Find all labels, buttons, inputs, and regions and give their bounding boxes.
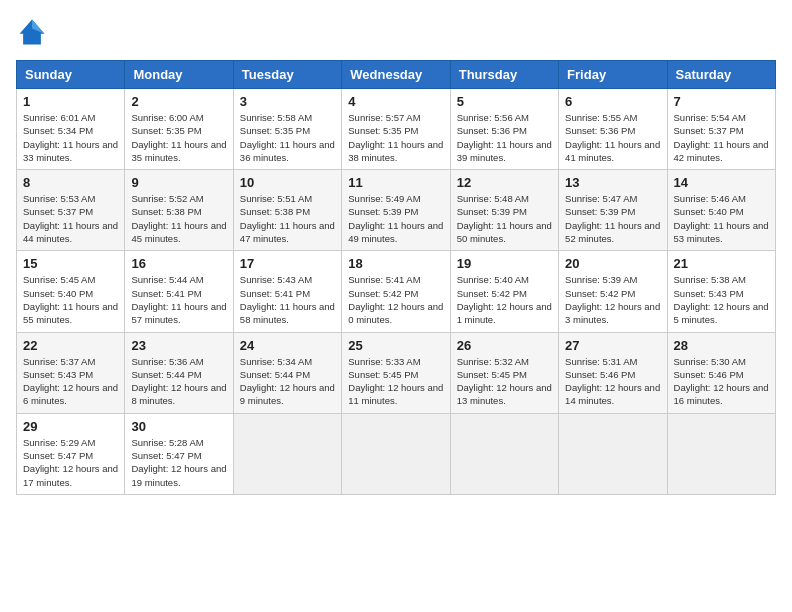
day-number: 25 [348,338,443,353]
day-info: Sunrise: 5:53 AMSunset: 5:37 PMDaylight:… [23,192,118,245]
day-number: 15 [23,256,118,271]
day-info: Sunrise: 5:46 AMSunset: 5:40 PMDaylight:… [674,192,769,245]
day-info: Sunrise: 5:58 AMSunset: 5:35 PMDaylight:… [240,111,335,164]
table-row: 21Sunrise: 5:38 AMSunset: 5:43 PMDayligh… [667,251,775,332]
table-row: 7Sunrise: 5:54 AMSunset: 5:37 PMDaylight… [667,89,775,170]
day-info: Sunrise: 5:49 AMSunset: 5:39 PMDaylight:… [348,192,443,245]
day-info: Sunrise: 6:00 AMSunset: 5:35 PMDaylight:… [131,111,226,164]
day-info: Sunrise: 5:57 AMSunset: 5:35 PMDaylight:… [348,111,443,164]
day-info: Sunrise: 5:31 AMSunset: 5:46 PMDaylight:… [565,355,660,408]
calendar-table: SundayMondayTuesdayWednesdayThursdayFrid… [16,60,776,495]
col-header-wednesday: Wednesday [342,61,450,89]
day-info: Sunrise: 5:51 AMSunset: 5:38 PMDaylight:… [240,192,335,245]
day-info: Sunrise: 5:30 AMSunset: 5:46 PMDaylight:… [674,355,769,408]
day-info: Sunrise: 5:37 AMSunset: 5:43 PMDaylight:… [23,355,118,408]
day-number: 18 [348,256,443,271]
day-number: 20 [565,256,660,271]
day-number: 23 [131,338,226,353]
table-row: 30Sunrise: 5:28 AMSunset: 5:47 PMDayligh… [125,413,233,494]
day-number: 29 [23,419,118,434]
table-row [233,413,341,494]
table-row: 23Sunrise: 5:36 AMSunset: 5:44 PMDayligh… [125,332,233,413]
day-number: 21 [674,256,769,271]
table-row: 4Sunrise: 5:57 AMSunset: 5:35 PMDaylight… [342,89,450,170]
table-row [559,413,667,494]
day-info: Sunrise: 5:54 AMSunset: 5:37 PMDaylight:… [674,111,769,164]
table-row [667,413,775,494]
col-header-monday: Monday [125,61,233,89]
day-number: 30 [131,419,226,434]
col-header-sunday: Sunday [17,61,125,89]
table-row: 12Sunrise: 5:48 AMSunset: 5:39 PMDayligh… [450,170,558,251]
day-number: 5 [457,94,552,109]
day-number: 19 [457,256,552,271]
table-row: 15Sunrise: 5:45 AMSunset: 5:40 PMDayligh… [17,251,125,332]
day-number: 7 [674,94,769,109]
logo [16,16,52,48]
day-number: 13 [565,175,660,190]
day-info: Sunrise: 5:33 AMSunset: 5:45 PMDaylight:… [348,355,443,408]
table-row: 24Sunrise: 5:34 AMSunset: 5:44 PMDayligh… [233,332,341,413]
day-info: Sunrise: 5:48 AMSunset: 5:39 PMDaylight:… [457,192,552,245]
day-info: Sunrise: 5:52 AMSunset: 5:38 PMDaylight:… [131,192,226,245]
table-row: 2Sunrise: 6:00 AMSunset: 5:35 PMDaylight… [125,89,233,170]
table-row [450,413,558,494]
calendar-week-row: 22Sunrise: 5:37 AMSunset: 5:43 PMDayligh… [17,332,776,413]
calendar-week-row: 29Sunrise: 5:29 AMSunset: 5:47 PMDayligh… [17,413,776,494]
table-row: 3Sunrise: 5:58 AMSunset: 5:35 PMDaylight… [233,89,341,170]
day-info: Sunrise: 5:41 AMSunset: 5:42 PMDaylight:… [348,273,443,326]
table-row: 19Sunrise: 5:40 AMSunset: 5:42 PMDayligh… [450,251,558,332]
day-number: 14 [674,175,769,190]
day-info: Sunrise: 5:38 AMSunset: 5:43 PMDaylight:… [674,273,769,326]
day-info: Sunrise: 5:34 AMSunset: 5:44 PMDaylight:… [240,355,335,408]
day-number: 11 [348,175,443,190]
logo-icon [16,16,48,48]
table-row: 11Sunrise: 5:49 AMSunset: 5:39 PMDayligh… [342,170,450,251]
day-number: 8 [23,175,118,190]
day-info: Sunrise: 5:44 AMSunset: 5:41 PMDaylight:… [131,273,226,326]
table-row: 6Sunrise: 5:55 AMSunset: 5:36 PMDaylight… [559,89,667,170]
table-row: 22Sunrise: 5:37 AMSunset: 5:43 PMDayligh… [17,332,125,413]
day-info: Sunrise: 5:29 AMSunset: 5:47 PMDaylight:… [23,436,118,489]
day-number: 4 [348,94,443,109]
col-header-friday: Friday [559,61,667,89]
day-number: 6 [565,94,660,109]
table-row: 9Sunrise: 5:52 AMSunset: 5:38 PMDaylight… [125,170,233,251]
table-row: 5Sunrise: 5:56 AMSunset: 5:36 PMDaylight… [450,89,558,170]
day-number: 3 [240,94,335,109]
table-row [342,413,450,494]
day-info: Sunrise: 5:55 AMSunset: 5:36 PMDaylight:… [565,111,660,164]
table-row: 8Sunrise: 5:53 AMSunset: 5:37 PMDaylight… [17,170,125,251]
calendar-week-row: 8Sunrise: 5:53 AMSunset: 5:37 PMDaylight… [17,170,776,251]
table-row: 1Sunrise: 6:01 AMSunset: 5:34 PMDaylight… [17,89,125,170]
calendar-week-row: 1Sunrise: 6:01 AMSunset: 5:34 PMDaylight… [17,89,776,170]
col-header-thursday: Thursday [450,61,558,89]
table-row: 26Sunrise: 5:32 AMSunset: 5:45 PMDayligh… [450,332,558,413]
day-info: Sunrise: 5:36 AMSunset: 5:44 PMDaylight:… [131,355,226,408]
calendar-header-row: SundayMondayTuesdayWednesdayThursdayFrid… [17,61,776,89]
table-row: 13Sunrise: 5:47 AMSunset: 5:39 PMDayligh… [559,170,667,251]
table-row: 14Sunrise: 5:46 AMSunset: 5:40 PMDayligh… [667,170,775,251]
day-number: 26 [457,338,552,353]
table-row: 16Sunrise: 5:44 AMSunset: 5:41 PMDayligh… [125,251,233,332]
day-info: Sunrise: 5:43 AMSunset: 5:41 PMDaylight:… [240,273,335,326]
day-number: 12 [457,175,552,190]
table-row: 10Sunrise: 5:51 AMSunset: 5:38 PMDayligh… [233,170,341,251]
table-row: 25Sunrise: 5:33 AMSunset: 5:45 PMDayligh… [342,332,450,413]
day-info: Sunrise: 5:47 AMSunset: 5:39 PMDaylight:… [565,192,660,245]
day-info: Sunrise: 5:39 AMSunset: 5:42 PMDaylight:… [565,273,660,326]
day-number: 2 [131,94,226,109]
day-info: Sunrise: 5:32 AMSunset: 5:45 PMDaylight:… [457,355,552,408]
table-row: 20Sunrise: 5:39 AMSunset: 5:42 PMDayligh… [559,251,667,332]
day-info: Sunrise: 5:56 AMSunset: 5:36 PMDaylight:… [457,111,552,164]
day-number: 28 [674,338,769,353]
day-number: 17 [240,256,335,271]
day-number: 24 [240,338,335,353]
day-number: 1 [23,94,118,109]
day-number: 16 [131,256,226,271]
day-number: 22 [23,338,118,353]
day-number: 9 [131,175,226,190]
day-info: Sunrise: 5:40 AMSunset: 5:42 PMDaylight:… [457,273,552,326]
day-info: Sunrise: 5:45 AMSunset: 5:40 PMDaylight:… [23,273,118,326]
table-row: 28Sunrise: 5:30 AMSunset: 5:46 PMDayligh… [667,332,775,413]
